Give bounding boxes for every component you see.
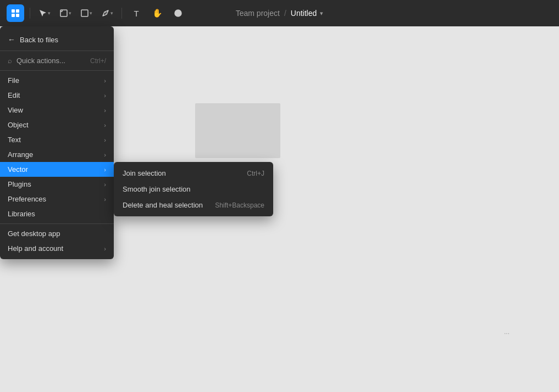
- menu-item-file-arrow: ›: [104, 77, 106, 84]
- menu-item-help-label: Help and account: [8, 244, 104, 253]
- quick-actions-label: Quick actions...: [16, 57, 90, 65]
- menu-item-vector-label: Vector: [8, 165, 104, 173]
- file-name-chevron[interactable]: ▾: [320, 10, 323, 17]
- divider-top: [0, 51, 114, 51]
- toolbar-center: Team project / Untitled ▾: [236, 9, 324, 18]
- menu-item-text[interactable]: Text ›: [0, 132, 114, 147]
- svg-rect-4: [60, 10, 67, 16]
- canvas-frame: [195, 103, 280, 158]
- menu-item-get-desktop-label: Get desktop app: [8, 229, 106, 238]
- menu-item-edit-arrow: ›: [104, 92, 106, 99]
- menu-item-plugins-label: Plugins: [8, 180, 104, 188]
- submenu-delete-heal-shortcut: Shift+Backspace: [215, 201, 264, 209]
- menu-item-view[interactable]: View ›: [0, 103, 114, 117]
- menu-item-libraries-label: Libraries: [8, 210, 106, 218]
- svg-point-9: [175, 10, 181, 16]
- svg-rect-2: [12, 14, 15, 17]
- main-menu-button[interactable]: [7, 4, 24, 22]
- menu-item-preferences[interactable]: Preferences ›: [0, 192, 114, 206]
- vector-submenu: Join selection Ctrl+J Smooth join select…: [114, 162, 273, 216]
- move-tool[interactable]: ▾: [36, 4, 53, 22]
- comment-tool[interactable]: [169, 4, 187, 22]
- frame-tool[interactable]: ▾: [57, 4, 74, 22]
- menu-item-text-label: Text: [8, 136, 104, 144]
- divider-2: [0, 70, 114, 71]
- toolbar: ▾ ▾ ▾ ▾ T ✋ Team project / Untitled ▾: [0, 0, 559, 26]
- menu-item-plugins[interactable]: Plugins ›: [0, 177, 114, 192]
- menu-item-view-arrow: ›: [104, 107, 106, 114]
- project-name: Team project: [236, 9, 280, 18]
- menu-item-edit[interactable]: Edit ›: [0, 88, 114, 103]
- menu-item-text-arrow: ›: [104, 137, 106, 143]
- pen-tool[interactable]: ▾: [98, 4, 116, 22]
- svg-rect-3: [16, 14, 19, 17]
- svg-rect-7: [81, 10, 88, 16]
- menu-item-object[interactable]: Object ›: [0, 117, 114, 132]
- submenu-smooth-join-label: Smooth join selection: [123, 185, 264, 193]
- menu-item-vector[interactable]: Vector ›: [0, 162, 114, 177]
- back-to-files[interactable]: ← Back to files: [0, 30, 114, 48]
- toolbar-left: ▾ ▾ ▾ ▾ T ✋: [7, 4, 187, 22]
- back-to-files-label: Back to files: [20, 36, 58, 44]
- submenu-join-selection-shortcut: Ctrl+J: [247, 170, 264, 177]
- menu-item-help[interactable]: Help and account ›: [0, 241, 114, 256]
- menu-item-help-arrow: ›: [104, 245, 106, 252]
- menu-item-plugins-arrow: ›: [104, 181, 106, 188]
- svg-rect-0: [12, 9, 15, 13]
- hand-tool[interactable]: ✋: [148, 4, 166, 22]
- menu-item-preferences-arrow: ›: [104, 196, 106, 203]
- menu-item-get-desktop[interactable]: Get desktop app: [0, 226, 114, 241]
- separator-2: [121, 8, 122, 19]
- menu-item-arrange-label: Arrange: [8, 150, 104, 159]
- menu-item-libraries[interactable]: Libraries: [0, 206, 114, 221]
- submenu-join-selection[interactable]: Join selection Ctrl+J: [114, 165, 273, 181]
- shape-tool[interactable]: ▾: [78, 4, 95, 22]
- text-tool[interactable]: T: [128, 4, 145, 22]
- menu-item-arrange-arrow: ›: [104, 152, 106, 158]
- menu-item-vector-arrow: ›: [104, 166, 106, 173]
- menu-item-edit-label: Edit: [8, 91, 104, 99]
- menu-item-preferences-label: Preferences: [8, 195, 104, 203]
- separator-1: [30, 8, 30, 19]
- quick-actions-shortcut: Ctrl+/: [90, 57, 106, 65]
- path-separator: /: [284, 9, 286, 18]
- menu-item-object-label: Object: [8, 121, 104, 129]
- submenu-delete-heal[interactable]: Delete and heal selection Shift+Backspac…: [114, 197, 273, 213]
- canvas-hint: ···: [504, 329, 510, 337]
- back-icon: ←: [8, 35, 15, 44]
- quick-actions[interactable]: ⌕ Quick actions... Ctrl+/: [0, 53, 114, 68]
- main-menu: ← Back to files ⌕ Quick actions... Ctrl+…: [0, 26, 114, 259]
- svg-point-8: [106, 13, 107, 14]
- menu-item-view-label: View: [8, 106, 104, 114]
- submenu-smooth-join[interactable]: Smooth join selection: [114, 181, 273, 197]
- menu-item-file[interactable]: File ›: [0, 73, 114, 88]
- menu-item-object-arrow: ›: [104, 122, 106, 128]
- menu-item-file-label: File: [8, 76, 104, 85]
- svg-rect-1: [16, 9, 19, 13]
- menu-item-arrange[interactable]: Arrange ›: [0, 147, 114, 162]
- divider-bottom: [0, 223, 114, 224]
- submenu-join-selection-label: Join selection: [123, 169, 247, 177]
- submenu-delete-heal-label: Delete and heal selection: [123, 201, 215, 209]
- file-name: Untitled: [291, 9, 317, 18]
- search-icon: ⌕: [8, 57, 12, 65]
